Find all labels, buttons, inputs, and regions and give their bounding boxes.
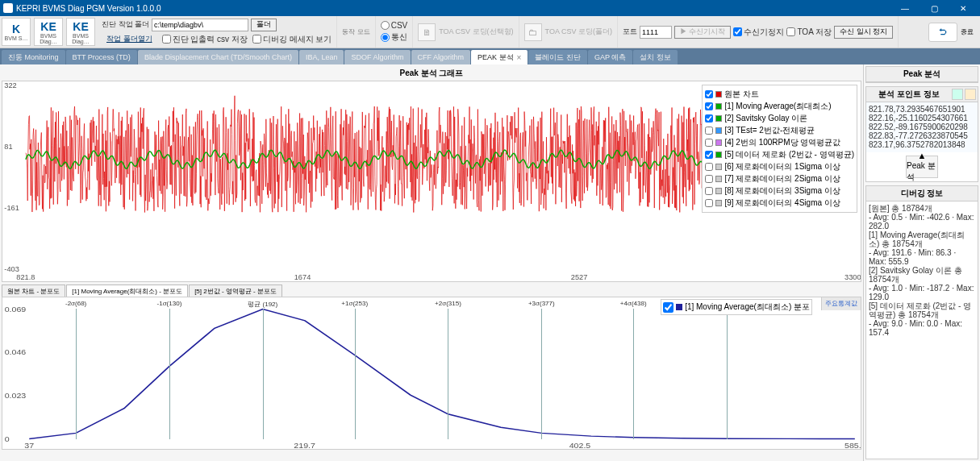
sigma-line-7 xyxy=(727,309,728,439)
sigma-label-3: +1σ(253) xyxy=(341,300,368,307)
tab-close-icon[interactable]: × xyxy=(517,53,522,62)
chk-csv-save[interactable]: 진단 입출력 csv 저장 xyxy=(162,34,248,45)
legend-label-3: [3] TEst= 2번값-전체평균 xyxy=(724,125,815,136)
sigma-line-2 xyxy=(263,309,264,439)
toa-open-icon[interactable]: 🗎 xyxy=(418,23,436,41)
dbg-list: [원본] 총 18784개 - Avg: 0.5 · Min: -402.6 ·… xyxy=(866,201,978,339)
svg-text:0.069: 0.069 xyxy=(5,305,27,314)
points-list[interactable]: 821.78,73.2935467651901822.16,-25.116025… xyxy=(866,102,978,152)
open-folder-button[interactable]: 작업 폴더열기 xyxy=(102,33,157,46)
window-title: KEPRI BVMS Diag PGM Version 1.0.0.0 xyxy=(16,4,891,13)
legend-chk-8[interactable] xyxy=(705,187,713,195)
chart2-area[interactable]: 00.0230.0460.06937219.7402.5585.3 -2σ(68… xyxy=(2,297,861,450)
exit-button[interactable]: ⮌ xyxy=(928,23,957,42)
peak-analyze-button[interactable]: ▲ Peak 분석 xyxy=(906,156,938,178)
svg-text:3300.1: 3300.1 xyxy=(844,273,861,280)
toa-folder-icon[interactable]: 🗀 xyxy=(524,23,542,41)
svg-text:402.5: 402.5 xyxy=(569,442,591,449)
port-label: 포트 xyxy=(623,27,637,37)
sigma-label-1: -1σ(130) xyxy=(157,300,182,307)
sigma-label-4: +2σ(315) xyxy=(435,300,461,307)
sigma-line-0 xyxy=(76,309,77,439)
sub-tab-2[interactable]: [5] 2번값 - 영역평균 - 분포도 xyxy=(189,284,282,297)
refresh-icon[interactable] xyxy=(952,89,963,100)
svg-text:585.3: 585.3 xyxy=(844,442,861,449)
right-title: Peak 분석 xyxy=(866,67,978,82)
chart2-legend: [1] Moving Average(최대최소) 분포 xyxy=(661,299,812,315)
sub-tab-0[interactable]: 원본 차트 - 분포도 xyxy=(2,284,65,297)
legend-chk-7[interactable] xyxy=(705,175,713,183)
svg-text:322: 322 xyxy=(4,82,17,89)
window-maximize[interactable]: ▢ xyxy=(920,1,948,15)
app-tile-2[interactable]: KE BVMS Diag… xyxy=(66,18,95,46)
ribbon: K BVM S… KE BVMS Diag… KE BVMS Diag… 진단 … xyxy=(0,16,980,48)
legend-label-8: [8] 제로화데이터의 3Sigma 이상 xyxy=(724,185,840,197)
toa-csv-button[interactable]: TOA CSV 로딩(선택형) xyxy=(439,27,513,37)
legend-chk-1[interactable] xyxy=(705,102,713,110)
points-head: 분석 포인트 정보 xyxy=(868,89,950,100)
svg-text:0.023: 0.023 xyxy=(5,392,27,400)
window-close[interactable]: ✕ xyxy=(949,1,977,15)
radio-csv[interactable]: CSV xyxy=(381,21,408,30)
app-icon xyxy=(3,3,13,13)
legend-chk-9[interactable] xyxy=(705,199,713,207)
rx-limits-button[interactable]: 수신 일시 정지 xyxy=(834,26,893,39)
legend-label-0: 원본 차트 xyxy=(724,89,759,100)
legend-label-4: [4] 2번의 100RPM당 영역평균값 xyxy=(724,137,840,148)
tab-9[interactable]: 설치 정보 xyxy=(633,50,678,64)
toa-folder-button[interactable]: TOA CSV 로딩(폴더) xyxy=(545,27,612,37)
tab-7[interactable]: 블레이드 진단 xyxy=(528,50,587,64)
tab-3[interactable]: IBA, Lean xyxy=(299,50,344,64)
sigma-line-6 xyxy=(633,309,634,439)
legend-chk-6[interactable] xyxy=(705,163,713,171)
app-tile-0[interactable]: K BVM S… xyxy=(2,18,31,46)
port-input[interactable] xyxy=(640,26,672,39)
tab-5[interactable]: CFF Algorithm xyxy=(411,50,471,64)
rx-start-button[interactable]: ▶ 수신기시작 xyxy=(674,26,732,39)
sigma-line-5 xyxy=(541,309,542,439)
svg-text:219.7: 219.7 xyxy=(294,442,315,449)
legend-chk-5[interactable] xyxy=(705,151,713,159)
legend-label-9: [9] 제로화데이터의 4Sigma 이상 xyxy=(724,197,840,209)
legend-chk-0[interactable] xyxy=(705,90,713,98)
legend-chk-2[interactable] xyxy=(705,114,713,123)
tab-2[interactable]: Blade Displacement Chart (TD/Smooth Char… xyxy=(138,50,298,64)
legend-label-6: [6] 제로화데이터의 1Sigma 이상 xyxy=(724,161,840,172)
chk-debug-msg[interactable]: 디버깅 메세지 보기 xyxy=(252,34,332,45)
svg-text:-161: -161 xyxy=(4,204,19,211)
sub-tab-1[interactable]: [1] Moving Average(최대최소) - 분포도 xyxy=(66,284,188,297)
legend-label-2: [2] Savitsky Golay 이론 xyxy=(724,113,807,124)
tab-4[interactable]: SDOF Algorithm xyxy=(344,50,410,64)
chart2-legend-label: [1] Moving Average(최대최소) 분포 xyxy=(685,301,810,313)
chk-rx-stop[interactable]: 수신기정지 xyxy=(733,27,784,38)
main-tabstrip: 진동 MonitoringBTT Process (TD)Blade Displ… xyxy=(0,48,980,64)
legend-label-5: [5] 데이터 제로화 (2번값 - 영역평균) xyxy=(724,149,854,160)
exit-label: 종료 xyxy=(961,27,974,36)
chart2-side-tab[interactable]: 주요통계값 xyxy=(821,297,861,310)
export-icon[interactable] xyxy=(965,89,976,100)
workdir-browse-button[interactable]: 폴더 xyxy=(251,19,277,31)
legend-chk-3[interactable] xyxy=(705,127,713,135)
tab-0[interactable]: 진동 Monitoring xyxy=(2,50,65,64)
chk-toa-save[interactable]: TOA 저장 xyxy=(786,27,832,38)
chart1-area[interactable]: -403-16181322821.8167425273300.1 원본 차트[1… xyxy=(2,81,861,282)
tab-6[interactable]: PEAK 분석× xyxy=(471,50,528,64)
sub-tabstrip: 원본 차트 - 분포도[1] Moving Average(최대최소) - 분포… xyxy=(2,284,861,297)
sigma-label-6: +4σ(438) xyxy=(620,300,647,307)
app-tile-1[interactable]: KE BVMS Diag… xyxy=(34,18,63,46)
svg-text:821.8: 821.8 xyxy=(16,273,35,280)
dbg-head: 디버깅 정보 xyxy=(866,186,978,201)
tab-1[interactable]: BTT Process (TD) xyxy=(66,50,137,64)
sigma-label-0: -2σ(68) xyxy=(65,300,86,307)
workdir-input[interactable] xyxy=(152,19,248,31)
tab-8[interactable]: GAP 예측 xyxy=(588,50,632,64)
svg-text:-403: -403 xyxy=(4,265,19,272)
window-minimize[interactable]: — xyxy=(891,1,919,15)
chart2-legend-chk[interactable] xyxy=(663,302,673,313)
radio-rx[interactable]: 통신 xyxy=(381,31,408,43)
legend-chk-4[interactable] xyxy=(705,139,713,147)
chart1-legend: 원본 차트[1] Moving Average(최대최소)[2] Savitsk… xyxy=(702,85,857,213)
sigma-label-2: 평균 (192) xyxy=(248,300,277,309)
mode-label: 동작 모드 xyxy=(342,27,369,36)
sigma-line-3 xyxy=(355,309,356,439)
